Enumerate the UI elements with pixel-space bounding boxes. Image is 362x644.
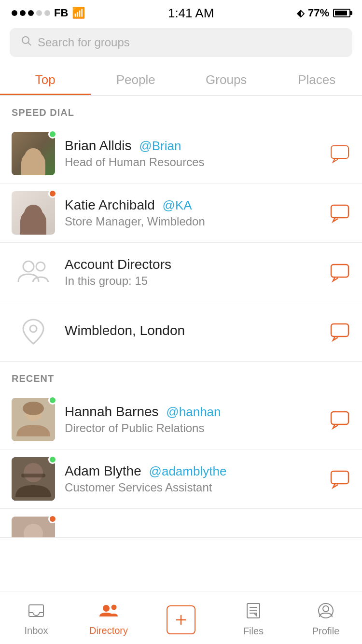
group-people-icon [16,258,50,287]
status-dot-brian [48,130,57,139]
item-subtitle-brian: Head of Human Resources [65,155,329,169]
svg-point-14 [24,463,43,482]
content-area: SPEED DIAL Brian Alldis @Brian Head of H… [0,96,362,591]
svg-point-5 [36,262,45,271]
item-handle-brian: @Brian [139,139,181,153]
chat-icon-adam[interactable] [329,468,350,490]
item-name-brian: Brian Alldis @Brian [65,138,329,154]
item-subtitle-account-directors: In this group: 15 [65,274,329,288]
svg-rect-8 [331,324,348,336]
nav-item-inbox[interactable]: Inbox [0,600,72,636]
avatar-katie [12,191,55,235]
signal-dots [12,10,50,16]
signal-dot-2 [20,10,26,16]
item-name-wimbledon: Wimbledon, London [65,323,329,338]
item-handle-katie: @KA [163,198,192,212]
place-icon-wrap [12,310,55,353]
list-item-adam[interactable]: Adam Blythe @adamblythe Customer Service… [0,449,362,509]
tab-top[interactable]: Top [0,63,91,95]
svg-rect-12 [331,412,348,424]
avatar-wrap-partial [12,517,55,538]
svg-point-21 [111,605,117,610]
svg-rect-15 [21,474,45,477]
search-placeholder: Search for groups [38,36,130,49]
status-right: ⬖ 77% [297,7,350,19]
wifi-icon: 📶 [72,7,85,19]
battery-percent: 77% [308,7,329,19]
bottom-nav: Inbox Directory [0,591,362,644]
list-item-wimbledon[interactable]: Wimbledon, London [0,302,362,362]
svg-point-7 [30,325,37,332]
chat-icon-katie[interactable] [329,202,350,224]
top-tabs: Top People Groups Places [0,63,362,96]
status-left: FB 📶 [12,7,85,19]
nav-label-inbox: Inbox [25,625,48,636]
signal-dot-4 [36,10,42,16]
carrier-label: FB [54,7,68,19]
item-name-account-directors: Account Directors [65,257,329,272]
item-subtitle-adam: Customer Services Assistant [65,481,329,494]
signal-dot-1 [12,10,17,16]
list-item-hannah[interactable]: Hannah Barnes @hanhan Director of Public… [0,390,362,449]
list-item-partial[interactable] [0,509,362,538]
chat-icon-wimbledon[interactable] [329,321,350,342]
signal-dot-5 [44,10,50,16]
item-info-adam: Adam Blythe @adamblythe Customer Service… [65,463,329,494]
item-info-wimbledon: Wimbledon, London [65,323,329,340]
svg-point-0 [22,37,29,43]
tab-groups[interactable]: Groups [181,63,272,95]
svg-rect-19 [29,605,43,616]
svg-rect-16 [331,471,348,484]
files-icon [246,602,261,623]
item-name-katie: Katie Archibald @KA [65,197,329,213]
list-item-katie[interactable]: Katie Archibald @KA Store Manager, Wimbl… [0,183,362,243]
tab-people[interactable]: People [91,63,181,95]
svg-point-29 [323,606,329,612]
nav-item-directory[interactable]: Directory [72,599,145,636]
inbox-icon [28,603,44,622]
svg-point-4 [23,261,34,272]
status-time: 1:41 AM [168,6,214,21]
directory-icon [99,603,118,622]
item-subtitle-katie: Store Manager, Wimbledon [65,215,329,228]
item-info-account-directors: Account Directors In this group: 15 [65,257,329,288]
group-icon-wrap [12,251,55,294]
adam-avatar-svg [12,457,55,501]
avatar-wrap-brian [12,132,55,175]
chat-icon-brian[interactable] [329,143,350,164]
avatar-wrap-hannah [12,398,55,441]
item-subtitle-hannah: Director of Public Relations [65,421,329,435]
add-button[interactable] [167,605,195,634]
place-pin-icon [21,317,45,346]
nav-label-profile: Profile [312,626,340,637]
nav-item-files[interactable]: Files [217,599,290,637]
chat-icon-account-directors[interactable] [329,262,350,283]
bluetooth-icon: ⬖ [297,7,304,19]
nav-label-files: Files [243,626,264,637]
tab-places[interactable]: Places [272,63,362,95]
list-item-brian[interactable]: Brian Alldis @Brian Head of Human Resour… [0,124,362,183]
svg-rect-2 [331,146,348,158]
chat-icon-hannah[interactable] [329,409,350,430]
profile-icon [318,602,334,623]
status-dot-hannah [48,396,57,405]
list-item-account-directors[interactable]: Account Directors In this group: 15 [0,243,362,302]
svg-point-20 [103,605,110,612]
battery-icon [333,9,350,17]
item-name-hannah: Hannah Barnes @hanhan [65,404,329,420]
item-info-hannah: Hannah Barnes @hanhan Director of Public… [65,404,329,435]
avatar-adam [12,457,55,501]
speed-dial-header: SPEED DIAL [0,96,362,124]
avatar-hannah [12,398,55,441]
search-bar[interactable]: Search for groups [10,28,352,57]
status-bar: FB 📶 1:41 AM ⬖ 77% [0,0,362,24]
signal-dot-3 [28,10,34,16]
nav-item-add[interactable] [145,602,217,634]
status-dot-adam [48,455,57,464]
hannah-avatar-svg [12,398,55,441]
nav-item-profile[interactable]: Profile [290,599,362,637]
search-icon [21,36,32,49]
svg-rect-3 [331,205,348,218]
svg-rect-6 [331,265,348,277]
svg-point-11 [23,402,44,415]
